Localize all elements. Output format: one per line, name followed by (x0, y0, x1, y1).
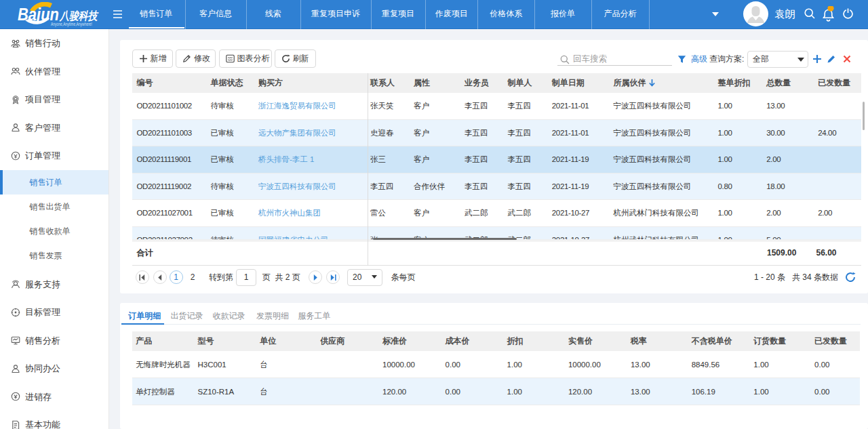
svg-text:Anyone,Anytime,Anywhere!: Anyone,Anytime,Anywhere! (51, 21, 92, 27)
svg-text:八骏科技: 八骏科技 (59, 9, 98, 22)
